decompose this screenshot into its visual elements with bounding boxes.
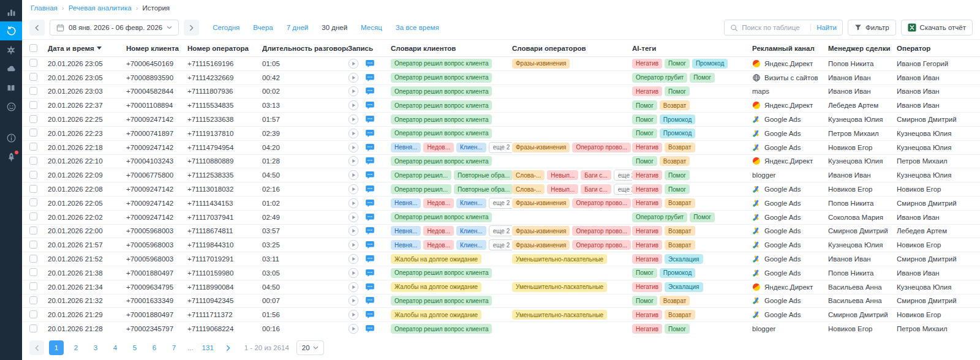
play-button[interactable]: [348, 198, 359, 209]
transcript-button[interactable]: [365, 212, 375, 222]
transcript-button[interactable]: [365, 170, 375, 180]
page-button[interactable]: 2: [69, 340, 83, 355]
play-button[interactable]: [348, 309, 359, 320]
transcript-button[interactable]: [365, 296, 375, 306]
row-checkbox[interactable]: [29, 171, 37, 179]
play-button[interactable]: [348, 225, 359, 236]
sidebar-item-rocket[interactable]: [0, 148, 22, 167]
column-header[interactable]: Рекламный канал: [752, 45, 828, 52]
transcript-button[interactable]: [365, 184, 375, 194]
quick-filter[interactable]: Сегодня: [213, 24, 239, 31]
row-checkbox[interactable]: [29, 227, 37, 234]
row-checkbox[interactable]: [29, 185, 37, 193]
column-header[interactable]: Длительность разговора: [262, 45, 348, 52]
transcript-button[interactable]: [365, 59, 375, 69]
column-header[interactable]: AI-теги: [632, 45, 752, 52]
sidebar-item-cloud[interactable]: [0, 59, 22, 78]
sidebar-item-chart[interactable]: [0, 2, 22, 21]
select-all-checkbox[interactable]: [29, 44, 37, 52]
transcript-button[interactable]: [365, 100, 375, 110]
transcript-button[interactable]: [365, 114, 375, 124]
transcript-button[interactable]: [365, 254, 375, 264]
play-button[interactable]: [348, 156, 359, 167]
play-button[interactable]: [348, 100, 359, 111]
row-checkbox[interactable]: [29, 282, 37, 290]
row-checkbox[interactable]: [29, 143, 37, 151]
transcript-button[interactable]: [365, 86, 375, 96]
column-header[interactable]: Менеджер сделки: [828, 45, 897, 52]
more-tags-button[interactable]: еще 2: [489, 142, 512, 153]
play-button[interactable]: [348, 114, 359, 125]
row-checkbox[interactable]: [29, 87, 37, 95]
row-checkbox[interactable]: [29, 296, 37, 304]
column-header[interactable]: Дата и время: [48, 45, 126, 52]
row-checkbox[interactable]: [29, 59, 37, 67]
play-button[interactable]: [348, 268, 359, 279]
breadcrumb-item[interactable]: Речевая аналитика: [69, 4, 132, 12]
play-button[interactable]: [348, 323, 359, 334]
column-header[interactable]: Запись: [348, 45, 391, 52]
row-checkbox[interactable]: [29, 212, 37, 220]
play-button[interactable]: [348, 142, 359, 153]
column-header[interactable]: Номер клиента: [126, 45, 187, 52]
row-checkbox[interactable]: [29, 255, 37, 263]
play-button[interactable]: [348, 184, 359, 195]
more-tags-button[interactable]: еще 2: [489, 198, 512, 209]
play-button[interactable]: [348, 212, 359, 223]
sidebar-item-history[interactable]: [0, 21, 22, 40]
more-tags-button[interactable]: еще 2: [614, 170, 632, 181]
play-button[interactable]: [348, 282, 359, 293]
row-checkbox[interactable]: [29, 241, 37, 249]
play-button[interactable]: [348, 253, 359, 264]
page-button[interactable]: 131: [200, 340, 216, 355]
column-header[interactable]: [29, 44, 48, 52]
play-button[interactable]: [348, 72, 359, 83]
transcript-button[interactable]: [365, 282, 375, 292]
search-input[interactable]: [742, 24, 807, 31]
quick-filter[interactable]: За все время: [396, 24, 439, 31]
play-button[interactable]: [348, 128, 359, 139]
transcript-button[interactable]: [365, 73, 375, 83]
row-checkbox[interactable]: [29, 324, 37, 332]
row-checkbox[interactable]: [29, 73, 37, 81]
search-submit-button[interactable]: Найти: [810, 24, 837, 31]
breadcrumb-item[interactable]: Главная: [31, 4, 58, 12]
row-checkbox[interactable]: [29, 268, 37, 276]
transcript-button[interactable]: [365, 324, 375, 334]
page-button[interactable]: 6: [147, 340, 162, 355]
transcript-button[interactable]: [365, 268, 375, 278]
date-next-button[interactable]: [184, 20, 199, 36]
play-button[interactable]: [348, 58, 359, 69]
more-tags-button[interactable]: еще 2: [489, 239, 512, 250]
next-page-button[interactable]: [221, 340, 236, 355]
transcript-button[interactable]: [365, 156, 375, 166]
sidebar-item-book[interactable]: [0, 78, 22, 97]
page-size-select[interactable]: 20: [296, 340, 324, 355]
page-button[interactable]: 3: [88, 340, 103, 355]
row-checkbox[interactable]: [29, 198, 37, 206]
quick-filter[interactable]: Месяц: [361, 24, 382, 31]
quick-filter[interactable]: Вчера: [253, 24, 273, 31]
page-button[interactable]: 5: [127, 340, 142, 355]
transcript-button[interactable]: [365, 198, 375, 208]
more-tags-button[interactable]: еще 2: [614, 184, 632, 195]
transcript-button[interactable]: [365, 143, 375, 152]
column-header[interactable]: Словари операторов: [512, 45, 632, 52]
date-prev-button[interactable]: [29, 20, 45, 36]
quick-filter[interactable]: 30 дней: [322, 24, 347, 31]
row-checkbox[interactable]: [29, 115, 37, 123]
filter-button[interactable]: Фильтр: [848, 20, 896, 36]
row-checkbox[interactable]: [29, 157, 37, 165]
prev-page-button[interactable]: [29, 340, 44, 355]
column-header[interactable]: Оператор: [897, 45, 980, 52]
row-checkbox[interactable]: [29, 129, 37, 137]
page-button[interactable]: 1: [49, 340, 64, 355]
column-header[interactable]: Словари клиентов: [391, 45, 512, 52]
transcript-button[interactable]: [365, 226, 375, 236]
date-range-picker[interactable]: 08 янв. 2026 - 06 февр. 2026: [50, 20, 179, 36]
download-report-button[interactable]: Скачать отчёт: [901, 20, 973, 36]
transcript-button[interactable]: [365, 240, 375, 250]
sidebar-item-info[interactable]: [0, 129, 22, 148]
play-button[interactable]: [348, 170, 359, 181]
page-button[interactable]: 7: [167, 340, 181, 355]
